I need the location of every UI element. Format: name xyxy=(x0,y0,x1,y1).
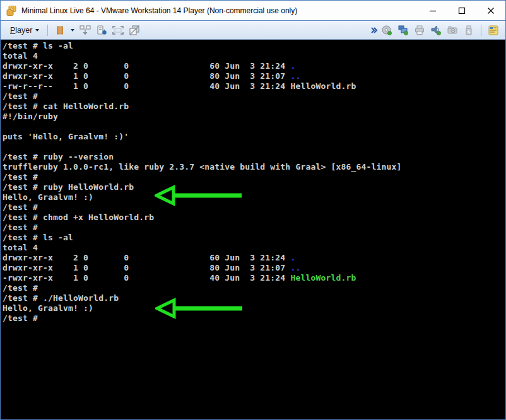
terminal-line: drwxr-xr-x 1 0 0 80 Jun 3 21:07 .. xyxy=(3,263,505,273)
terminal-line: truffleruby 1.0.0-rc1, like ruby 2.3.7 <… xyxy=(3,162,505,172)
vmware-player-icon xyxy=(6,5,17,16)
guest-console[interactable]: /test # ls -altotal 4drwxr-xr-x 2 0 0 60… xyxy=(1,40,505,419)
terminal-line xyxy=(3,122,505,132)
send-ctrl-alt-del-icon xyxy=(79,25,91,36)
terminal-line: /test # ruby HelloWorld.rb xyxy=(3,182,505,192)
suspend-dropdown[interactable] xyxy=(68,23,77,38)
terminal-line: /test # ls -al xyxy=(3,41,505,51)
suspend-button[interactable] xyxy=(52,23,68,38)
usb-device-button[interactable] xyxy=(461,23,477,38)
expand-chevrons-icon xyxy=(370,26,378,34)
library-panel-icon xyxy=(488,25,499,36)
sound-icon xyxy=(430,25,442,36)
vmware-player-window: Minimal Linux Live 64 - VMware Workstati… xyxy=(0,0,506,420)
titlebar[interactable]: Minimal Linux Live 64 - VMware Workstati… xyxy=(1,1,505,20)
terminal-line: drwxr-xr-x 1 0 0 80 Jun 3 21:07 .. xyxy=(3,71,505,81)
terminal-line: /test # xyxy=(3,172,505,182)
terminal-line: drwxr-xr-x 2 0 0 60 Jun 3 21:24 . xyxy=(3,61,505,71)
terminal-line: Hello, Graalvm! :) xyxy=(3,192,505,202)
cd-dvd-device-button[interactable] xyxy=(379,23,395,38)
webcam-device-button[interactable] xyxy=(444,23,461,38)
webcam-icon xyxy=(447,25,458,36)
terminal-line: -rw-r--r-- 1 0 0 40 Jun 3 21:24 HelloWor… xyxy=(3,81,505,91)
toolbar-separator xyxy=(47,25,48,36)
terminal-line: #!/bin/ruby xyxy=(3,112,505,122)
terminal-line: drwxr-xr-x 2 0 0 60 Jun 3 21:24 . xyxy=(3,253,505,263)
minimize-button[interactable] xyxy=(418,1,447,20)
send-ctrl-alt-del-button[interactable] xyxy=(77,23,93,38)
terminal-line xyxy=(3,142,505,152)
terminal-line: total 4 xyxy=(3,243,505,253)
printer-icon xyxy=(414,25,425,36)
close-button[interactable] xyxy=(476,1,505,20)
library-panel-button[interactable] xyxy=(485,23,502,38)
fullscreen-button[interactable] xyxy=(110,23,126,38)
expand-toolbar-button[interactable] xyxy=(370,23,379,38)
toolbar: Player xyxy=(1,20,505,40)
minimize-icon xyxy=(429,7,437,15)
unity-mode-icon xyxy=(129,25,140,36)
window-title: Minimal Linux Live 64 - VMware Workstati… xyxy=(21,6,418,15)
maximize-button[interactable] xyxy=(447,1,476,20)
player-menu-label: Player xyxy=(10,26,32,35)
chevron-down-icon xyxy=(35,29,39,32)
terminal-line: /test # ./HelloWorld.rb xyxy=(3,293,505,303)
caption-buttons xyxy=(418,1,505,20)
network-display-device-button[interactable] xyxy=(395,23,411,38)
toolbar-right-group xyxy=(370,23,502,38)
fullscreen-icon xyxy=(112,25,124,35)
terminal-line: /test # xyxy=(3,202,505,213)
terminal-line: /test # xyxy=(3,313,505,324)
printer-device-button[interactable] xyxy=(411,23,428,38)
terminal-line: /test # ruby --version xyxy=(3,152,505,162)
player-menu[interactable]: Player xyxy=(6,24,44,37)
suspend-dropdown-caret xyxy=(71,29,74,32)
unity-mode-button[interactable] xyxy=(126,23,143,38)
maximize-icon xyxy=(458,7,466,15)
terminal-line: total 4 xyxy=(3,51,505,61)
close-icon xyxy=(487,7,495,15)
terminal-output: /test # ls -altotal 4drwxr-xr-x 2 0 0 60… xyxy=(3,41,505,324)
terminal-line: Hello, Graalvm! :) xyxy=(3,303,505,313)
sound-device-button[interactable] xyxy=(428,23,444,38)
terminal-line: /test # ls -al xyxy=(3,233,505,243)
usb-icon xyxy=(463,25,474,36)
terminal-line: -rwxr-xr-x 1 0 0 40 Jun 3 21:24 HelloWor… xyxy=(3,273,505,283)
network-display-icon xyxy=(397,25,409,36)
terminal-line: /test # xyxy=(3,91,505,102)
terminal-line: /test # xyxy=(3,223,505,233)
toolbar-separator xyxy=(481,25,481,36)
terminal-line: /test # cat HelloWorld.rb xyxy=(3,102,505,112)
suspend-pause-icon xyxy=(55,25,65,35)
manage-devices-icon xyxy=(96,25,107,36)
cd-dvd-icon xyxy=(381,25,392,36)
terminal-line: puts 'Hello, Graalvm! :)' xyxy=(3,132,505,142)
terminal-line: /test # xyxy=(3,283,505,293)
terminal-line: /test # chmod +x HelloWorld.rb xyxy=(3,213,505,223)
manage-devices-button[interactable] xyxy=(93,23,110,38)
